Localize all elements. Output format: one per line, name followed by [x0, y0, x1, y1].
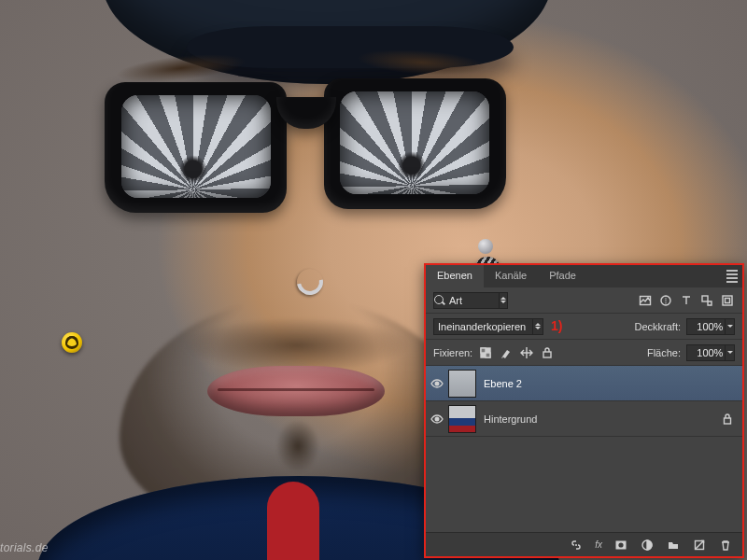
layer-thumbnail[interactable]: [448, 370, 476, 398]
annotation-1: 1): [551, 318, 562, 333]
sunglasses: [105, 73, 506, 222]
lens-left: [121, 95, 271, 198]
filter-row: [426, 287, 742, 314]
stepper-icon[interactable]: [499, 293, 507, 308]
soul-patch: [276, 420, 319, 472]
svg-rect-11: [725, 418, 731, 424]
lock-transparency-icon[interactable]: [478, 345, 493, 360]
new-layer-icon[interactable]: [692, 538, 707, 553]
svg-rect-3: [723, 296, 732, 305]
layer-fx-button[interactable]: fx: [595, 539, 602, 550]
filter-pixel-icon[interactable]: [638, 293, 653, 308]
dropdown-icon[interactable]: [725, 319, 734, 334]
lock-pixels-icon[interactable]: [499, 345, 514, 360]
svg-point-10: [435, 417, 439, 421]
opacity-input[interactable]: [686, 318, 735, 335]
panel-menu-icon[interactable]: [722, 265, 742, 287]
link-layers-icon[interactable]: [569, 538, 584, 553]
panel-tabs: Ebenen Kanäle Pfade: [426, 265, 742, 287]
new-adjustment-icon[interactable]: [640, 538, 655, 553]
ear-stud-left: [62, 332, 82, 353]
tab-layers[interactable]: Ebenen: [426, 265, 484, 287]
lock-row: Fixieren: Fläche:: [426, 340, 742, 366]
blend-mode-value: [434, 321, 532, 332]
svg-point-9: [435, 382, 439, 385]
canvas: torials.de Ebenen Kanäle Pfade: [0, 0, 747, 560]
svg-rect-8: [543, 352, 551, 357]
watermark: torials.de: [0, 541, 49, 554]
visibility-toggle[interactable]: [426, 376, 448, 391]
svg-rect-7: [486, 353, 490, 357]
filter-shape-icon[interactable]: [699, 293, 714, 308]
lock-all-icon[interactable]: [540, 345, 555, 360]
delete-layer-icon[interactable]: [718, 538, 733, 553]
filter-kind-select[interactable]: [433, 292, 508, 309]
filter-smart-icon[interactable]: [720, 293, 735, 308]
layer-thumbnail[interactable]: [448, 405, 476, 433]
svg-rect-2: [702, 296, 708, 301]
lens-right: [340, 91, 489, 194]
nose-ring: [292, 264, 329, 301]
add-mask-icon[interactable]: [613, 538, 628, 553]
layer-row[interactable]: Hintergrund: [426, 401, 742, 437]
svg-point-13: [618, 542, 623, 547]
blend-row: 1) Deckkraft:: [426, 314, 742, 340]
filter-adjust-icon[interactable]: [658, 293, 673, 308]
layers-panel: Ebenen Kanäle Pfade 1) De: [424, 263, 744, 558]
new-group-icon[interactable]: [666, 538, 681, 553]
fill-label: Fläche:: [647, 347, 681, 358]
lips: [207, 366, 385, 416]
ear-stud-right: [478, 239, 493, 254]
fill-input[interactable]: [686, 344, 735, 361]
filter-type-icon[interactable]: [679, 293, 694, 308]
dropdown-icon[interactable]: [725, 345, 734, 360]
lock-label: Fixieren:: [433, 347, 472, 358]
layer-name[interactable]: Ebene 2: [484, 378, 522, 389]
tab-paths[interactable]: Pfade: [538, 265, 587, 287]
layer-row[interactable]: Ebene 2: [426, 366, 742, 401]
search-icon: [434, 293, 445, 308]
svg-rect-6: [481, 348, 486, 353]
opacity-value: [687, 321, 725, 332]
lock-icon: [720, 412, 735, 427]
mustache: [185, 317, 409, 373]
layer-list: Ebene 2 Hintergrund: [426, 366, 742, 515]
opacity-label: Deckkraft:: [634, 321, 681, 332]
filter-kind-value: [445, 295, 499, 306]
panel-footer: fx: [426, 532, 742, 556]
blend-mode-select[interactable]: [433, 318, 543, 335]
fill-value: [687, 347, 725, 358]
layer-name[interactable]: Hintergrund: [484, 413, 537, 425]
svg-rect-4: [726, 298, 730, 302]
lock-position-icon[interactable]: [519, 345, 534, 360]
eye-icon: [430, 412, 444, 427]
eye-icon: [430, 376, 444, 391]
stepper-icon[interactable]: [532, 319, 543, 334]
visibility-toggle[interactable]: [426, 412, 448, 427]
tab-channels[interactable]: Kanäle: [484, 265, 538, 287]
